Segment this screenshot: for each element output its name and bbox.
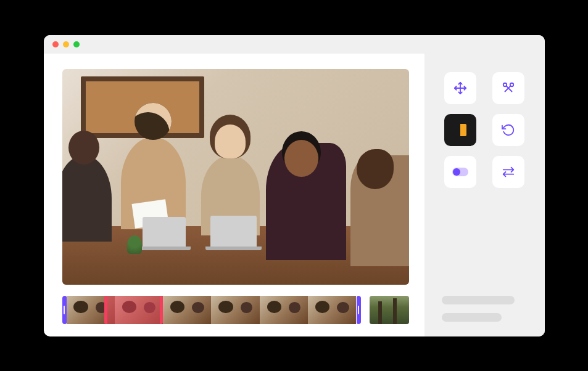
swap-tool[interactable] <box>492 156 524 188</box>
content-area <box>44 54 545 336</box>
scene-person <box>350 155 409 266</box>
placeholder-line <box>442 313 502 322</box>
scene-person <box>266 143 346 260</box>
cut-tool[interactable] <box>492 72 524 104</box>
scene-laptop <box>143 217 186 247</box>
scissors-icon <box>502 81 515 95</box>
clip-handle-left[interactable] <box>62 296 67 324</box>
timeline <box>62 296 409 324</box>
close-window-button[interactable] <box>52 41 59 47</box>
toggle-icon <box>452 168 468 176</box>
scene-plant <box>127 235 142 254</box>
video-preview[interactable] <box>62 69 409 285</box>
zoom-window-button[interactable] <box>73 41 80 47</box>
color-tool[interactable] <box>444 114 476 146</box>
app-window <box>44 35 545 336</box>
rotate-tool[interactable] <box>492 114 524 146</box>
timeline-clip[interactable] <box>370 296 409 324</box>
tool-sidebar <box>424 54 545 336</box>
minimize-window-button[interactable] <box>63 41 69 47</box>
window-titlebar <box>44 35 545 54</box>
move-icon <box>453 81 467 95</box>
clip-frame <box>163 296 211 324</box>
placeholder-line <box>442 296 515 304</box>
clip-handle-right[interactable] <box>357 296 361 324</box>
toggle-tool[interactable] <box>444 156 476 188</box>
clip-frame <box>260 296 308 324</box>
clip-frame <box>211 296 259 324</box>
palette-icon <box>454 124 466 136</box>
timeline-clip[interactable] <box>62 296 361 324</box>
scene-laptop <box>210 216 257 247</box>
clip-frame <box>308 296 356 324</box>
main-panel <box>44 54 424 336</box>
preview-scene <box>62 69 409 285</box>
sidebar-placeholders <box>442 296 528 322</box>
swap-icon <box>502 165 515 179</box>
tool-grid <box>442 72 528 188</box>
move-tool[interactable] <box>444 72 476 104</box>
rotate-icon <box>502 123 515 137</box>
timeline-selection[interactable] <box>104 296 163 324</box>
scene-person <box>62 155 112 242</box>
